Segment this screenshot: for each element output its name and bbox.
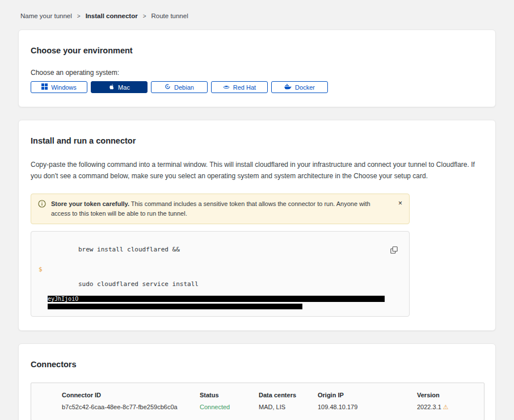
header-status: Status xyxy=(200,392,259,398)
redhat-icon xyxy=(223,83,230,91)
header-version: Version xyxy=(417,392,484,398)
version-warning-icon: ⚠ xyxy=(443,404,449,410)
install-description: Copy-paste the following command into a … xyxy=(31,159,483,182)
os-button-label: Docker xyxy=(295,84,315,91)
token-prefix: eyJhIjoiO xyxy=(48,296,78,302)
version-value: 2022.3.1 xyxy=(417,404,441,410)
breadcrumb: Name your tunnel > Install connector > R… xyxy=(20,12,494,19)
info-icon xyxy=(38,200,46,219)
token-warning-banner: Store your token carefully. This command… xyxy=(31,194,410,224)
os-button-redhat[interactable]: Red Hat xyxy=(211,81,268,93)
command-text: brew install cloudflared && xyxy=(78,246,180,253)
page: Name your tunnel > Install connector > R… xyxy=(18,12,496,420)
breadcrumb-separator: > xyxy=(77,13,81,19)
redacted-token-line-2 xyxy=(48,304,302,309)
copy-icon[interactable] xyxy=(390,246,398,255)
apple-icon xyxy=(108,83,115,91)
warning-text: Store your token carefully. This command… xyxy=(51,199,390,219)
command-line-2: $ sudo cloudflared service install xyxy=(39,266,386,295)
os-button-docker[interactable]: Docker xyxy=(271,81,328,93)
os-select-label: Choose an operating system: xyxy=(31,69,483,77)
breadcrumb-separator: > xyxy=(143,13,146,19)
os-button-label: Red Hat xyxy=(233,84,256,91)
connectors-table: Connector ID Status Data centers Origin … xyxy=(31,383,484,420)
breadcrumb-step-route-tunnel[interactable]: Route tunnel xyxy=(151,12,188,19)
warning-title: Store your token carefully. xyxy=(51,200,129,207)
os-button-label: Windows xyxy=(51,84,77,91)
header-connector-id: Connector ID xyxy=(62,392,200,398)
cell-origin-ip: 109.48.10.179 xyxy=(318,404,417,410)
install-card-title: Install and run a connector xyxy=(31,136,483,145)
windows-icon xyxy=(41,83,48,91)
command-line-1: brew install cloudflared && xyxy=(39,238,386,261)
command-text: sudo cloudflared service install xyxy=(78,280,199,288)
breadcrumb-step-name-your-tunnel[interactable]: Name your tunnel xyxy=(20,12,72,19)
cell-version: 2022.3.1⚠ xyxy=(417,404,484,411)
os-button-windows[interactable]: Windows xyxy=(31,81,87,93)
shell-prompt: $ xyxy=(39,266,43,273)
os-button-debian[interactable]: Debian xyxy=(151,81,208,93)
connectors-card-title: Connectors xyxy=(31,360,483,369)
breadcrumb-step-install-connector[interactable]: Install connector xyxy=(86,12,138,19)
header-origin-ip: Origin IP xyxy=(318,392,417,398)
install-card: Install and run a connector Copy-paste t… xyxy=(18,120,496,331)
os-button-group: Windows Mac Debian Red Hat Docker xyxy=(31,81,483,93)
cell-connector-id: b7c52c42-6caa-48ee-8c77-fbe259cb6c0a xyxy=(62,404,200,410)
redacted-token-line-1: eyJhIjoiO xyxy=(48,296,385,302)
table-row: b7c52c42-6caa-48ee-8c77-fbe259cb6c0a Con… xyxy=(31,404,484,411)
environment-card: Choose your environment Choose an operat… xyxy=(18,30,496,107)
cell-data-centers: MAD, LIS xyxy=(259,404,318,410)
docker-icon xyxy=(284,83,292,91)
debian-icon xyxy=(165,83,171,91)
header-data-centers: Data centers xyxy=(259,392,318,398)
os-button-label: Mac xyxy=(118,84,130,91)
os-button-mac[interactable]: Mac xyxy=(91,81,148,93)
close-warning-button[interactable]: × xyxy=(397,199,403,208)
install-command-block: brew install cloudflared && $ sudo cloud… xyxy=(31,231,410,317)
cell-status: Connected xyxy=(200,404,259,410)
table-header-row: Connector ID Status Data centers Origin … xyxy=(31,392,484,398)
connectors-card: Connectors Connector ID Status Data cent… xyxy=(18,343,496,420)
environment-card-title: Choose your environment xyxy=(31,46,483,55)
os-button-label: Debian xyxy=(174,84,194,91)
